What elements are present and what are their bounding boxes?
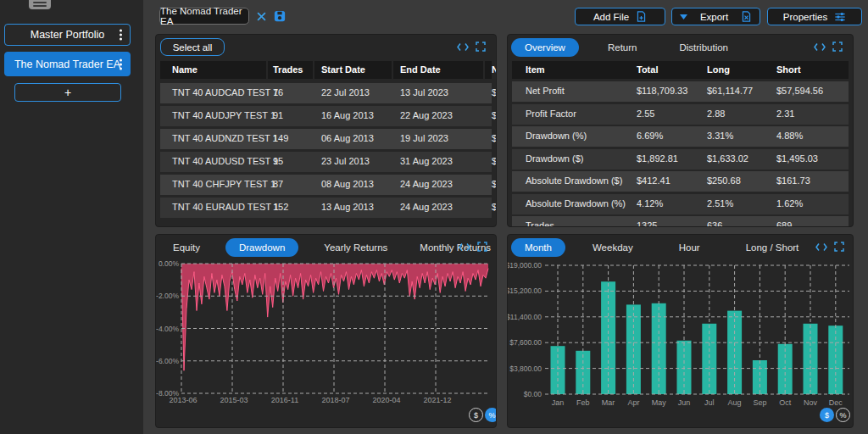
svg-text:Feb: Feb: [576, 398, 590, 407]
svg-text:$0.00: $0.00: [524, 390, 542, 398]
table-row[interactable]: Trades1325636689: [512, 216, 849, 227]
bar: [753, 360, 767, 394]
plus-icon: +: [64, 86, 71, 99]
bar: [702, 324, 716, 394]
tab-distribution[interactable]: Distribution: [665, 38, 742, 57]
stats-panel: Overview Return Distribution ItemTotalLo…: [507, 34, 854, 227]
svg-text:2021-12: 2021-12: [423, 396, 451, 404]
column-header[interactable]: Net: [492, 64, 497, 75]
svg-text:$15,200.00: $15,200.00: [508, 287, 542, 295]
svg-text:Oct: Oct: [779, 398, 792, 407]
properties-label: Properties: [783, 12, 827, 22]
column-header[interactable]: Start Date: [321, 64, 365, 75]
svg-text:-6.00%: -6.00%: [156, 357, 179, 365]
close-icon[interactable]: [254, 9, 268, 23]
table-row[interactable]: Profit Factor2.552.882.31: [512, 104, 849, 125]
sidebar-item-nomad-trader[interactable]: The Nomad Trader EA: [4, 52, 131, 76]
svg-text:Apr: Apr: [627, 398, 639, 407]
column-header[interactable]: Long: [707, 64, 730, 75]
save-icon[interactable]: [273, 9, 287, 23]
table-row[interactable]: Absolute Drawdown ($)$412.41$250.68$161.…: [512, 171, 849, 192]
svg-text:Jun: Jun: [678, 398, 691, 407]
column-header[interactable]: End Date: [400, 64, 441, 75]
dollar-toggle-button[interactable]: $: [820, 408, 834, 422]
svg-text:$19,000.00: $19,000.00: [508, 261, 542, 270]
add-file-button[interactable]: Add File: [575, 8, 665, 25]
column-header[interactable]: Short: [776, 64, 801, 75]
bar: [828, 326, 843, 394]
svg-text:Jan: Jan: [552, 398, 565, 407]
tab-return[interactable]: Return: [594, 38, 651, 57]
add-file-icon: [636, 11, 647, 22]
select-all-button[interactable]: Select all: [160, 38, 225, 56]
menu-icon[interactable]: [29, 0, 51, 9]
kebab-icon[interactable]: [120, 28, 122, 42]
app-window: Master Portfolio The Nomad Trader EA + T…: [0, 0, 868, 434]
export-button[interactable]: Export: [671, 8, 760, 25]
svg-text:$7,600.00: $7,600.00: [509, 338, 542, 347]
document-tab[interactable]: The Nomad Trader EA: [159, 8, 249, 25]
column-header[interactable]: Name: [172, 64, 198, 75]
bar: [804, 324, 818, 394]
document-tab-label: The Nomad Trader EA: [160, 6, 248, 26]
caret-down-icon: [680, 14, 687, 19]
sidebar-item-label: Master Portfolio: [31, 29, 105, 41]
svg-text:0.00%: 0.00%: [159, 259, 180, 268]
table-row[interactable]: Drawdown ($)$1,892.81$1,633.02$1,495.03: [512, 149, 849, 170]
excel-file-icon: [741, 11, 752, 22]
sidebar: Master Portfolio The Nomad Trader EA +: [0, 0, 143, 434]
svg-text:2016-11: 2016-11: [271, 396, 298, 404]
column-header[interactable]: Total: [637, 64, 658, 75]
bar: [727, 311, 742, 394]
add-portfolio-button[interactable]: +: [14, 83, 121, 102]
tab-overview[interactable]: Overview: [511, 38, 579, 57]
svg-text:$11,400.00: $11,400.00: [508, 313, 542, 321]
fullscreen-icon[interactable]: [476, 42, 486, 52]
drawdown-chart: 0.00%-2.00%-4.00%-6.00%-8.00%2013-062015…: [156, 235, 497, 409]
svg-text:2015-03: 2015-03: [220, 396, 248, 404]
sidebar-item-master-portfolio[interactable]: Master Portfolio: [4, 24, 131, 46]
column-header[interactable]: Item: [526, 64, 545, 75]
svg-text:-4.00%: -4.00%: [156, 325, 179, 333]
svg-text:Jul: Jul: [704, 398, 715, 407]
svg-text:Dec: Dec: [829, 398, 843, 407]
properties-button[interactable]: Properties: [767, 8, 862, 25]
add-file-label: Add File: [593, 12, 629, 22]
percent-toggle-button[interactable]: %: [485, 408, 497, 422]
monthly-profit-chart: $19,000.00$15,200.00$11,400.00$7,600.00$…: [508, 235, 854, 417]
table-row[interactable]: Absolute Drawdown (%)4.12%2.51%1.62%: [512, 194, 849, 214]
svg-text:Sep: Sep: [753, 398, 766, 407]
table-row[interactable]: TNT 40 EURAUD TEST 115213 Aug 201324 Aug…: [160, 198, 492, 218]
column-header[interactable]: Trades: [273, 64, 303, 75]
kebab-icon[interactable]: [120, 57, 122, 71]
table-row[interactable]: TNT 40 AUDCAD TEST 17622 Jul 201313 Jul …: [160, 83, 492, 103]
svg-text:Aug: Aug: [728, 398, 742, 407]
table-row[interactable]: Drawdown (%)6.69%3.31%4.88%: [512, 126, 849, 147]
angle-brackets-icon[interactable]: [814, 42, 826, 52]
drawdown-panel: Equity Drawdown Yearly Returns Monthly R…: [155, 234, 497, 428]
sidebar-item-label: The Nomad Trader EA: [14, 58, 120, 70]
files-panel: Select all NameTradesStart DateEnd DateN…: [155, 34, 497, 227]
table-row[interactable]: TNT 40 CHFJPY TEST 18708 Aug 201324 Aug …: [160, 175, 492, 195]
fullscreen-icon[interactable]: [832, 42, 843, 52]
table-row[interactable]: TNT 40 AUDUSD TEST 19523 Jul 201331 Aug …: [160, 152, 492, 172]
svg-text:2018-07: 2018-07: [321, 396, 349, 404]
svg-text:$3,800.00: $3,800.00: [509, 364, 542, 373]
export-label: Export: [700, 12, 728, 22]
dollar-toggle-button[interactable]: $: [469, 408, 483, 422]
monthly-panel: Month Weekday Hour Long / Short $19,000.…: [507, 234, 854, 428]
angle-brackets-icon[interactable]: [457, 42, 469, 52]
sliders-icon: [834, 11, 846, 23]
percent-toggle-button[interactable]: %: [836, 408, 850, 422]
table-row[interactable]: Net Profit$118,709.33$61,114.77$57,594.5…: [512, 81, 849, 102]
svg-text:-2.00%: -2.00%: [156, 292, 179, 300]
svg-text:2020-04: 2020-04: [372, 396, 400, 404]
svg-text:Mar: Mar: [602, 398, 615, 407]
table-row[interactable]: TNT 40 AUDNZD TEST 114906 Aug 201319 Jul…: [160, 129, 492, 149]
svg-text:2013-06: 2013-06: [169, 396, 197, 404]
svg-text:May: May: [652, 398, 667, 407]
table-row[interactable]: TNT 40 AUDJPY TEST 19116 Aug 201322 Aug …: [160, 106, 492, 126]
svg-text:Nov: Nov: [804, 398, 818, 407]
